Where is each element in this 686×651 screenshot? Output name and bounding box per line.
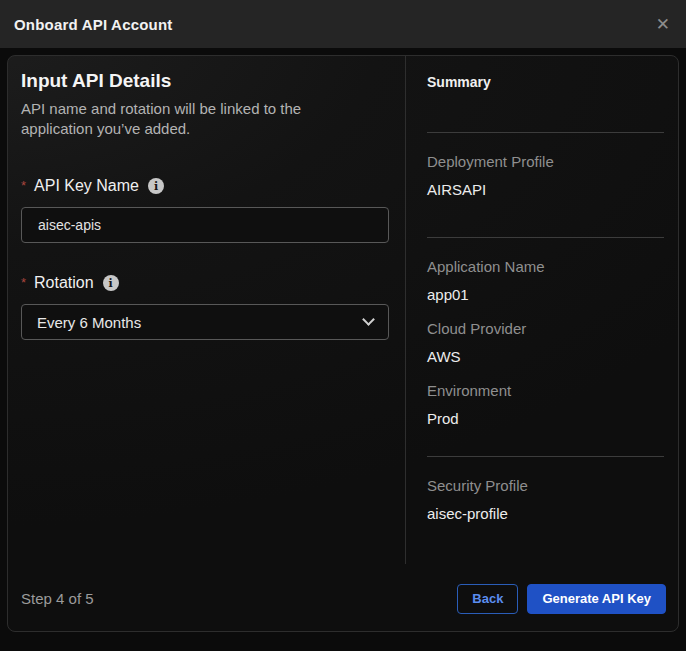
summary-group: Application Name app01 Cloud Provider AW… — [427, 257, 664, 428]
api-key-name-label: API Key Name — [34, 177, 139, 195]
api-key-name-input[interactable] — [21, 207, 389, 243]
summary-item-value: aisec-profile — [427, 504, 664, 524]
summary-item: Deployment Profile AIRSAPI — [427, 152, 664, 199]
modal-title: Onboard API Account — [14, 16, 173, 33]
summary-group: Deployment Profile AIRSAPI — [427, 152, 664, 199]
input-api-details-pane: Input API Details API name and rotation … — [8, 56, 405, 564]
summary-group: Security Profile aisec-profile — [427, 476, 664, 523]
summary-item-value: app01 — [427, 285, 664, 305]
api-key-name-label-row: * API Key Name i — [21, 177, 392, 195]
summary-pane: Summary Deployment Profile AIRSAPI Appli… — [405, 56, 678, 564]
info-icon[interactable]: i — [103, 275, 119, 291]
summary-divider — [427, 132, 664, 133]
chevron-down-icon — [362, 313, 375, 326]
summary-item-label: Security Profile — [427, 476, 664, 496]
required-asterisk-icon: * — [21, 178, 26, 193]
modal-body-card: Input API Details API name and rotation … — [7, 55, 679, 632]
back-button[interactable]: Back — [457, 584, 518, 614]
summary-item-value: Prod — [427, 409, 664, 429]
summary-item: Cloud Provider AWS — [427, 319, 664, 366]
summary-heading: Summary — [427, 74, 664, 90]
required-asterisk-icon: * — [21, 275, 26, 290]
summary-item-label: Deployment Profile — [427, 152, 664, 172]
rotation-select[interactable]: Every 6 Months — [21, 304, 389, 340]
summary-item-label: Environment — [427, 381, 664, 401]
summary-item: Security Profile aisec-profile — [427, 476, 664, 523]
summary-divider — [427, 456, 664, 457]
modal-header: Onboard API Account ✕ — [0, 0, 686, 48]
step-indicator: Step 4 of 5 — [21, 584, 94, 614]
summary-item-value: AIRSAPI — [427, 180, 664, 200]
form-heading: Input API Details — [21, 70, 392, 93]
summary-item-value: AWS — [427, 347, 664, 367]
form-description: API name and rotation will be linked to … — [21, 99, 373, 140]
close-icon[interactable]: ✕ — [656, 16, 670, 33]
summary-item: Application Name app01 — [427, 257, 664, 304]
rotation-label-row: * Rotation i — [21, 274, 392, 292]
summary-item-label: Cloud Provider — [427, 319, 664, 339]
summary-item: Environment Prod — [427, 381, 664, 428]
info-icon[interactable]: i — [148, 178, 164, 194]
rotation-label: Rotation — [34, 274, 94, 292]
generate-api-key-button[interactable]: Generate API Key — [527, 584, 666, 614]
modal-footer: Step 4 of 5 Back Generate API Key — [8, 564, 678, 631]
onboard-api-account-modal: Onboard API Account ✕ Input API Details … — [0, 0, 686, 651]
summary-divider — [427, 237, 664, 238]
rotation-selected-value: Every 6 Months — [37, 314, 141, 331]
main-content-row: Input API Details API name and rotation … — [8, 56, 678, 564]
summary-item-label: Application Name — [427, 257, 664, 277]
